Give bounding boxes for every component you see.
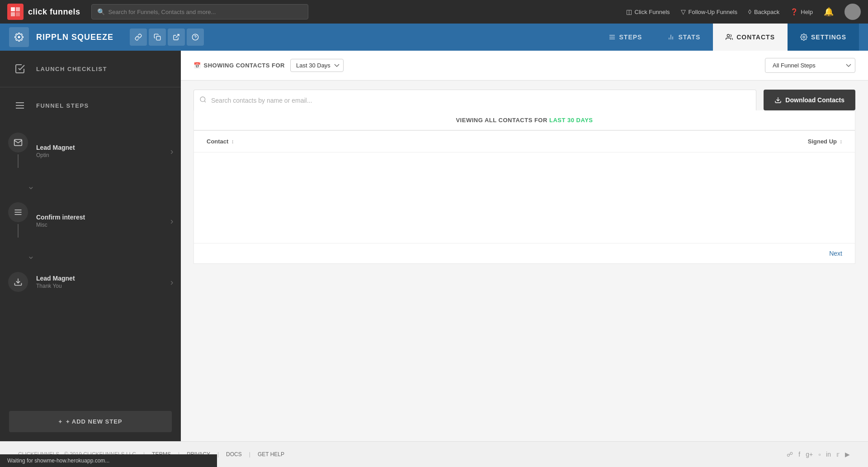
email-icon [8,133,28,152]
contacts-search-input[interactable] [211,97,750,104]
svg-rect-4 [156,36,160,40]
funnel-tools [130,29,204,46]
settings-tab[interactable]: SETTINGS [788,24,859,51]
facebook-icon[interactable]: f [798,451,800,458]
copy-tool-button[interactable] [149,29,166,46]
backpack-icon: ◊ [748,8,751,15]
download-icon [8,272,28,292]
contacts-tab-label: CONTACTS [736,33,775,41]
menu-icon [8,202,28,222]
period-select[interactable]: Last 30 Days Last 7 Days Last 90 Days Al… [290,59,344,72]
linkedin-icon[interactable]: in [826,451,831,458]
step-connector [18,224,19,238]
add-new-step-button[interactable]: + + ADD NEW STEP [9,411,172,432]
step-chevron-down: ⌄ [0,248,181,263]
step-connector [18,154,19,168]
help-icon: ❓ [790,8,798,15]
step-title: Confirm interest [36,214,156,221]
funnel-steps-label: FUNNEL STEPS [36,102,89,109]
funnel-navigation: STEPS STATS CONTACTS SETTINGS [596,24,859,51]
clickfunnels-link[interactable]: ◫ Click Funnels [626,8,670,15]
logo-icon [7,4,24,20]
status-bar-text: Waiting for showme-how.herokuapp.com... [7,457,109,464]
user-avatar[interactable] [844,4,861,20]
funnel-title: RIPPLN SQUEEZE [36,33,113,42]
help-link[interactable]: ❓ Help [790,8,813,15]
logo[interactable]: click funnels [7,4,80,20]
global-search-input[interactable] [108,9,302,15]
help-tool-button[interactable] [187,29,204,46]
step-subtitle: Optin [36,152,156,158]
contacts-search-row: Download Contacts [193,90,855,110]
sidebar-steps-list: Lead Magnet Optin › ⌄ [0,124,181,402]
followup-funnels-link[interactable]: ▽ Follow-Up Funnels [681,8,737,15]
step-content: Confirm interest Misc [36,206,163,235]
top-navigation: click funnels 🔍 ◫ Click Funnels ▽ Follow… [0,0,868,24]
chevron-right-icon: › [163,146,181,157]
steps-tab-label: STEPS [619,33,642,41]
table-empty-body [194,152,855,243]
plus-icon: + [59,418,63,425]
backpack-link[interactable]: ◊ Backpack [748,8,779,15]
contacts-tab[interactable]: CONTACTS [713,24,788,51]
step-chevron-down: ⌄ [0,179,181,193]
down-chevron-icon: ⌄ [13,248,49,263]
twitter-icon[interactable]: 𝕣 [836,451,840,458]
contact-column-header[interactable]: Contact ↕ [207,138,752,145]
svg-point-14 [727,34,730,37]
filter-label: 📅 SHOWING CONTACTS FOR [193,62,285,69]
down-chevron-icon: ⌄ [13,179,49,193]
chevron-right-icon: › [163,216,181,226]
signedup-column-header[interactable]: Signed Up ↕ [752,138,842,145]
checklist-icon [11,60,29,78]
download-contacts-button[interactable]: Download Contacts [764,90,855,110]
stats-tab[interactable]: STATS [655,24,713,51]
notification-bell[interactable]: 🔔 [824,7,834,17]
stats-tab-label: STATS [678,33,700,41]
step-icon-col [0,263,36,301]
export-tool-button[interactable] [168,29,185,46]
footer-docs-link[interactable]: DOCS [226,451,242,457]
launch-checklist-section[interactable]: LAUNCH CHECKLIST [0,51,181,87]
funnel-settings-icon[interactable] [9,27,29,47]
funnel-steps-section[interactable]: FUNNEL STEPS [0,87,181,124]
svg-rect-0 [11,7,15,11]
funnel-step-select[interactable]: All Funnel Steps Lead Magnet - Optin Con… [765,58,855,73]
next-page-link[interactable]: Next [829,250,842,257]
googleplus-icon[interactable]: g+ [806,451,813,458]
browser-status-bar: Waiting for showme-how.herokuapp.com... [0,454,217,467]
global-search[interactable]: 🔍 [91,4,308,19]
download-button-label: Download Contacts [785,96,844,104]
sidebar: LAUNCH CHECKLIST FUNNEL STEPS [0,51,181,441]
step-title: Lead Magnet [36,275,156,282]
rss-icon[interactable]: ☍ [787,451,793,458]
contacts-content-area: 📅 SHOWING CONTACTS FOR Last 30 Days Last… [181,51,868,441]
list-item[interactable]: Lead Magnet Thank You › [0,263,181,301]
step-icon-col [0,124,36,179]
sort-icon: ↕ [840,138,842,145]
footer-divider: | [249,451,250,457]
step-icon-col [0,193,36,248]
svg-line-24 [204,101,206,102]
funnel-header: RIPPLN SQUEEZE [0,24,868,51]
svg-rect-3 [16,12,20,16]
steps-tab[interactable]: STEPS [596,24,655,51]
funnel-icon: ▽ [681,8,686,15]
viewing-highlight: LAST 30 DAYS [549,117,593,124]
list-item[interactable]: Confirm interest Misc › [0,193,181,248]
add-step-label: + ADD NEW STEP [66,418,122,425]
clickfunnels-label: Click Funnels [635,9,670,15]
viewing-text: VIEWING ALL CONTACTS FOR [456,117,547,124]
followup-label: Follow-Up Funnels [689,9,737,15]
link-tool-button[interactable] [130,29,147,46]
svg-rect-1 [16,7,20,11]
footer-gethelp-link[interactable]: GET HELP [258,451,284,457]
table-header: Contact ↕ Signed Up ↕ [194,131,855,152]
list-item[interactable]: Lead Magnet Optin › [0,124,181,179]
viewing-banner: VIEWING ALL CONTACTS FOR LAST 30 DAYS [193,110,855,131]
grid-icon: ◫ [626,8,632,15]
youtube-icon[interactable]: ▶ [845,451,850,458]
instagram-icon[interactable]: ▫ [818,451,821,458]
contacts-table: Contact ↕ Signed Up ↕ Next [193,131,855,264]
step-content: Lead Magnet Optin [36,137,163,166]
